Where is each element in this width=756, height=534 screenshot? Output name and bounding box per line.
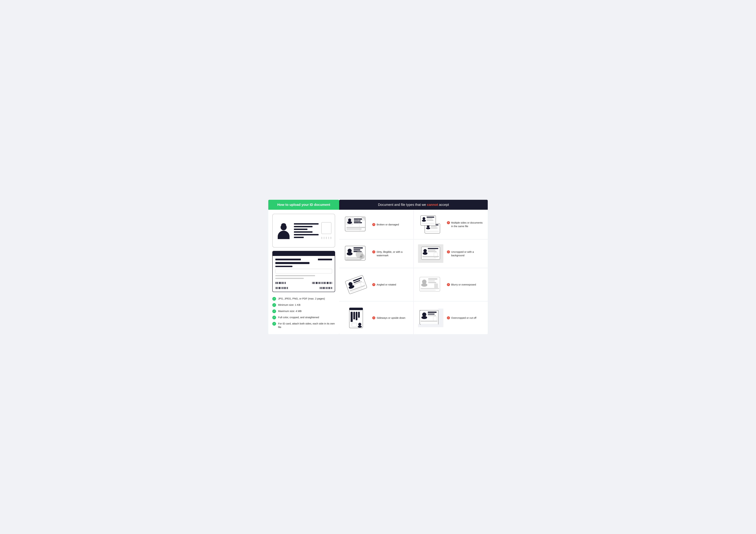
svg-point-58	[421, 283, 427, 287]
info-line	[294, 237, 304, 238]
check-icon: ✓	[272, 297, 276, 301]
svg-point-39	[423, 249, 427, 252]
cannot-text-dirty: ✕ Dirty, illegible, or with a watermark	[372, 250, 410, 257]
cannot-label: ✕ Blurry or overexposed	[447, 283, 485, 286]
barcode-line	[323, 282, 324, 284]
barcode-line	[282, 287, 283, 289]
barcode-line	[329, 282, 330, 284]
cannot-text-overcropped: ✕ Overcropped or cut off	[447, 316, 485, 319]
barcode-line	[275, 287, 276, 289]
svg-rect-36	[346, 259, 361, 260]
cannot-text-angled: ✕ Angled or rotated	[372, 283, 410, 286]
barcode-line	[278, 287, 278, 289]
cannot-cell-blurry: ✕ Blurry or overexposed	[414, 268, 488, 301]
avatar-head	[281, 224, 287, 230]
requirement-text: Minimum size: 1 KB	[278, 303, 301, 307]
multiple-svg	[420, 214, 442, 235]
barcode-line	[312, 282, 313, 284]
svg-rect-4	[354, 218, 363, 220]
broken-illustration	[342, 215, 369, 234]
svg-rect-67	[351, 312, 353, 322]
svg-point-40	[423, 252, 427, 255]
left-content: ✓ JPG, JPEG, PNG, or PDF (max. 2 pages) …	[268, 210, 339, 334]
barcode-line	[285, 282, 286, 284]
barcode-line	[283, 287, 284, 289]
avatar-person	[278, 224, 289, 239]
cannot-label-text: Multiple sides or documents in the same …	[451, 221, 485, 228]
overcropped-svg	[418, 309, 443, 327]
barcode-line	[319, 282, 320, 284]
cannot-cell-sideways: ✕ Sideways or upside down	[339, 301, 413, 334]
svg-rect-76	[418, 324, 443, 327]
sideways-svg	[348, 306, 364, 330]
svg-rect-60	[428, 280, 435, 281]
svg-rect-9	[346, 229, 362, 229]
svg-point-72	[358, 323, 361, 326]
dot	[321, 237, 322, 239]
svg-point-80	[421, 316, 427, 319]
svg-rect-24	[427, 220, 433, 221]
main-container: How to upload your ID document	[268, 200, 488, 334]
barcode-line	[320, 287, 320, 289]
svg-rect-63	[420, 288, 439, 289]
cannot-cell-dirty: ✕ Dirty, illegible, or with a watermark	[339, 240, 413, 267]
x-icon: ✕	[447, 316, 450, 319]
cannot-label-text: Angled or rotated	[377, 283, 396, 286]
dot	[326, 237, 327, 239]
svg-rect-81	[428, 312, 437, 313]
check-icon: ✓	[272, 303, 276, 307]
barcode-line	[327, 282, 328, 284]
header-cannot: cannot	[427, 203, 438, 207]
svg-rect-71	[352, 323, 357, 327]
svg-rect-70	[358, 312, 360, 318]
barcode-line	[330, 287, 331, 289]
svg-point-2	[348, 218, 351, 221]
svg-point-14	[426, 227, 430, 229]
cannot-label-text: Broken or damaged	[377, 223, 399, 226]
uncropped-svg	[418, 244, 443, 263]
svg-rect-69	[356, 312, 357, 320]
barcode-line	[325, 287, 326, 289]
info-line	[294, 226, 312, 227]
blurry-illustration	[417, 275, 444, 294]
doc-body	[273, 256, 335, 292]
cannot-label: ✕ Uncropped or with a background	[447, 250, 485, 257]
svg-rect-66	[349, 308, 363, 310]
svg-rect-46	[422, 258, 436, 258]
svg-rect-5	[354, 220, 361, 221]
cannot-label-text: Overcropped or cut off	[451, 316, 476, 319]
svg-rect-35	[346, 258, 364, 259]
cannot-label: ✕ Broken or damaged	[372, 223, 410, 226]
cannot-text-sideways: ✕ Sideways or upside down	[372, 316, 410, 319]
barcode-line	[321, 282, 321, 284]
svg-rect-29	[354, 247, 363, 248]
svg-rect-8	[346, 227, 365, 228]
cannot-label-text: Uncropped or with a background	[451, 250, 485, 257]
barcode-line	[331, 287, 332, 289]
barcode-line	[328, 287, 328, 289]
svg-rect-22	[427, 216, 434, 218]
dot	[324, 237, 325, 239]
barcode-line	[322, 282, 322, 284]
barcode-line	[315, 282, 315, 284]
multiple-illustration	[417, 214, 444, 235]
requirement-item: ✓ Minimum size: 1 KB	[272, 303, 335, 307]
left-header: How to upload your ID document	[268, 200, 339, 210]
barcode-line	[326, 282, 326, 284]
svg-rect-23	[427, 218, 433, 219]
barcode-line	[329, 287, 330, 289]
right-content: ✕ Broken or damaged	[339, 210, 488, 334]
cannot-label: ✕ Sideways or upside down	[372, 316, 410, 319]
dot	[330, 237, 331, 239]
doc-line	[275, 278, 304, 279]
requirement-item: ✓ Maximum size: 4 MB	[272, 309, 335, 313]
svg-rect-85	[420, 321, 437, 321]
cannot-label-text: Sideways or upside down	[377, 316, 405, 319]
requirement-text: JPG, JPEG, PNG, or PDF (max. 2 pages)	[278, 297, 325, 300]
blurry-svg	[418, 275, 443, 294]
angled-svg	[345, 273, 367, 296]
barcode-line	[332, 282, 332, 284]
barcode-line	[286, 287, 286, 289]
x-icon: ✕	[447, 221, 450, 224]
check-icon: ✓	[272, 316, 276, 319]
